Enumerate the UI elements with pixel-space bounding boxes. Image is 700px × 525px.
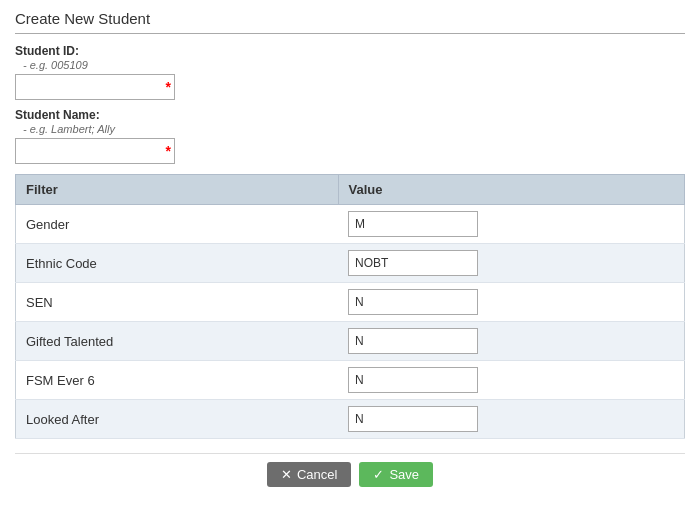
table-row: SEN [16,283,685,322]
value-input[interactable] [348,328,478,354]
value-cell [338,283,684,322]
value-input[interactable] [348,406,478,432]
student-name-section: Student Name: - e.g. Lambert; Ally * [15,108,685,164]
value-cell [338,361,684,400]
page-wrapper: Create New Student Student ID: - e.g. 00… [0,0,700,525]
col-filter-header: Filter [16,175,339,205]
student-name-hint: - e.g. Lambert; Ally [15,123,685,135]
value-cell [338,322,684,361]
value-cell [338,244,684,283]
cancel-icon: ✕ [281,467,292,482]
student-id-section: Student ID: - e.g. 005109 * [15,44,685,100]
filter-cell: SEN [16,283,339,322]
cancel-button[interactable]: ✕ Cancel [267,462,351,487]
student-name-input[interactable] [15,138,175,164]
save-label: Save [389,467,419,482]
filter-cell: FSM Ever 6 [16,361,339,400]
value-input[interactable] [348,250,478,276]
student-id-label: Student ID: [15,44,685,58]
filter-cell: Ethnic Code [16,244,339,283]
col-value-header: Value [338,175,684,205]
filter-cell: Gifted Talented [16,322,339,361]
value-input[interactable] [348,211,478,237]
cancel-label: Cancel [297,467,337,482]
table-row: Ethnic Code [16,244,685,283]
student-id-hint: - e.g. 005109 [15,59,685,71]
save-button[interactable]: ✓ Save [359,462,433,487]
table-row: Gender [16,205,685,244]
student-name-label: Student Name: [15,108,685,122]
table-header-row: Filter Value [16,175,685,205]
value-cell [338,205,684,244]
save-icon: ✓ [373,467,384,482]
bottom-bar: ✕ Cancel ✓ Save [15,453,685,495]
filter-cell: Gender [16,205,339,244]
student-id-input[interactable] [15,74,175,100]
filter-table: Filter Value GenderEthnic CodeSENGifted … [15,174,685,439]
filter-cell: Looked After [16,400,339,439]
page-title: Create New Student [15,10,685,27]
value-input[interactable] [348,367,478,393]
title-divider [15,33,685,34]
student-id-input-wrapper: * [15,74,175,100]
table-row: Gifted Talented [16,322,685,361]
table-row: Looked After [16,400,685,439]
value-cell [338,400,684,439]
student-name-input-wrapper: * [15,138,175,164]
value-input[interactable] [348,289,478,315]
table-row: FSM Ever 6 [16,361,685,400]
